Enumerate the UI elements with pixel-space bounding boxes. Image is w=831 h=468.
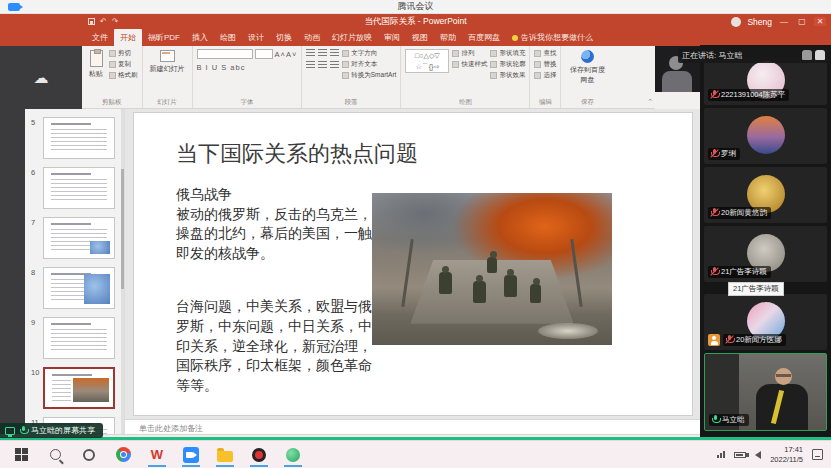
tab-slideshow[interactable]: 幻灯片放映 [326,29,378,46]
align-text-button[interactable]: 对齐文本 [342,60,396,69]
grow-shrink-font-icons[interactable]: A˄A˅ [275,50,298,59]
quick-styles-button[interactable]: 快速样式 [452,60,487,69]
participant-tile[interactable]: 2221391004陈苏平 [704,57,827,105]
font-name-box[interactable] [197,49,253,59]
shape-effects-button[interactable]: 形状效果 [490,71,525,80]
format-painter-button[interactable]: 格式刷 [109,71,138,80]
slide-title[interactable]: 当下国际关系的热点问题 [176,139,418,169]
tab-home[interactable]: 开始 [114,29,142,46]
left-edge-strip [0,109,25,437]
current-slide-canvas[interactable]: 当下国际关系的热点问题 俄乌战争 被动的俄罗斯，反击的乌克兰， 操盘的北约，幕后… [133,112,693,416]
slide-body-text[interactable]: 俄乌战争 被动的俄罗斯，反击的乌克兰， 操盘的北约，幕后的美国，一触即发的核战争… [176,185,378,395]
bullets-icon[interactable] [306,49,315,57]
paste-button[interactable]: 粘贴 [86,49,106,97]
mic-muted-icon [710,90,718,100]
tab-animations[interactable]: 动画 [298,29,326,46]
mic-on-icon [19,426,27,436]
tab-draw[interactable]: 绘图 [214,29,242,46]
tab-review[interactable]: 审阅 [378,29,406,46]
thumbnail-slide-5[interactable]: 5 [43,117,118,159]
recorder-taskbar-icon[interactable] [246,443,272,467]
taskbar-clock[interactable]: 17:41 2022/11/5 [770,445,803,465]
file-explorer-taskbar-icon[interactable] [212,443,238,467]
account-avatar[interactable] [731,17,741,27]
arrange-button[interactable]: 排列 [452,49,487,58]
thumbnail-slide-6[interactable]: 6 [43,167,118,209]
green-app-taskbar-icon[interactable] [280,443,306,467]
tab-view[interactable]: 视图 [406,29,434,46]
tab-transitions[interactable]: 切换 [270,29,298,46]
undo-icon[interactable]: ↶ [100,17,107,26]
cloud-icon[interactable]: ☁ [34,70,49,85]
participant-video-tile[interactable]: 马立昢 [704,353,827,431]
cut-button[interactable]: 剪切 [109,49,138,58]
tell-me-box[interactable]: 告诉我你想要做什么 [506,29,599,46]
shapes-gallery[interactable]: □○△◇▽☆⌒{}⇨ [405,49,449,73]
participant-tile[interactable]: 21广告李诗颖 [704,226,827,282]
thumbnail-scrollbar[interactable] [121,109,124,437]
maximize-button[interactable]: ▢ [796,17,808,26]
find-button[interactable]: 查找 [534,49,556,58]
slide-thumbnail-panel[interactable]: 5 6 7 8 9 10 1 [25,109,125,437]
shape-fill-button[interactable]: 形状填充 [490,49,525,58]
thumbnail-slide-8[interactable]: 8 [43,267,118,309]
volume-icon[interactable] [755,451,761,459]
new-slide-icon [160,50,175,62]
select-button[interactable]: 选择 [534,71,556,80]
participant-tile[interactable]: 20新闻黄悠韵 [704,167,827,223]
wps-taskbar-icon[interactable]: W [144,443,170,467]
cortana-button[interactable] [76,443,102,467]
start-button[interactable] [8,443,34,467]
minimize-button[interactable]: — [778,17,790,26]
tab-baidu-netdisk[interactable]: 百度网盘 [462,29,506,46]
chrome-taskbar-icon[interactable] [110,443,136,467]
desktop: 腾讯会议 ↶ ↷ 当代国际关系 - PowerPoint Sheng — ▢ ✕… [0,0,831,468]
close-button[interactable]: ✕ [814,17,826,26]
text-direction-button[interactable]: 文字方向 [342,49,396,58]
tab-insert[interactable]: 插入 [186,29,214,46]
notes-pane[interactable]: 单击此处添加备注 [125,419,700,434]
tencent-meeting-taskbar-icon[interactable] [178,443,204,467]
screen-share-banner[interactable]: 马立昢的屏幕共享 [0,423,103,438]
thumbnail-slide-10-selected[interactable]: 10 [43,367,118,409]
save-icon[interactable] [88,18,95,25]
font-size-box[interactable] [255,49,273,59]
slide-war-photo[interactable] [372,193,612,345]
indent-icon[interactable] [330,49,339,57]
tab-help[interactable]: 帮助 [434,29,462,46]
save-to-baidu-button[interactable]: 保存到百度网盘 [565,49,609,97]
replace-button[interactable]: 替换 [534,60,556,69]
align-center-icon[interactable] [318,61,327,69]
new-slide-button[interactable]: 新建幻灯片 [147,49,188,97]
slide-editor: 当下国际关系的热点问题 俄乌战争 被动的俄罗斯，反击的乌克兰， 操盘的北约，幕后… [125,109,700,419]
text-direction-icon [342,50,349,57]
battery-icon[interactable] [734,452,746,458]
shape-outline-icon [490,61,497,68]
align-right-icon[interactable] [330,61,339,69]
font-style-buttons[interactable]: B I U S abc [197,63,298,72]
raise-hand-icon[interactable] [815,50,825,60]
redo-icon[interactable]: ↷ [112,17,119,26]
participant-name: 罗琍 [721,149,736,159]
search-button[interactable] [42,443,68,467]
tab-file[interactable]: 文件 [86,29,114,46]
clap-icon[interactable] [802,50,812,60]
tab-design[interactable]: 设计 [242,29,270,46]
participant-tile[interactable]: 20新闻方医娜 [704,294,827,350]
align-left-icon[interactable] [306,61,315,69]
slides-group: 新建幻灯片 幻灯片 [143,46,193,108]
mic-muted-icon [725,335,733,345]
collapse-ribbon-icon[interactable]: ⌃ [647,98,653,106]
account-name[interactable]: Sheng [747,17,772,27]
numbering-icon[interactable] [318,49,327,57]
participant-tile[interactable]: 罗琍 [704,108,827,164]
thumbnail-slide-9[interactable]: 9 [43,317,118,359]
shape-outline-button[interactable]: 形状轮廓 [490,60,525,69]
quick-styles-icon [452,61,459,68]
thumbnail-slide-7[interactable]: 7 [43,217,118,259]
smartart-button[interactable]: 转换为SmartArt [342,71,396,80]
action-center-icon[interactable] [812,449,823,460]
network-icon[interactable] [717,451,725,458]
copy-button[interactable]: 复制 [109,60,138,69]
tab-foxit-pdf[interactable]: 福昕PDF [142,29,186,46]
